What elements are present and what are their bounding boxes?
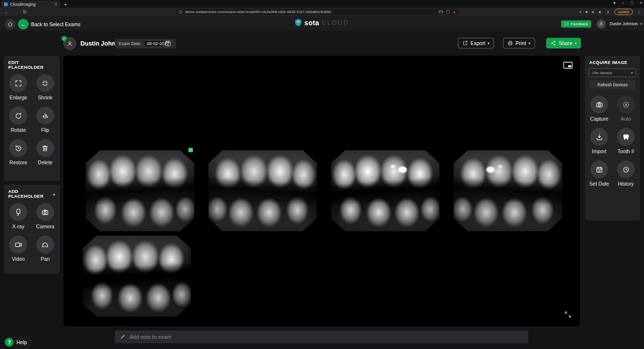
print-button[interactable]: Print ▾ xyxy=(503,38,535,48)
tool-label: History xyxy=(618,181,634,187)
calendar-icon xyxy=(164,40,172,47)
user-menu[interactable]: Dustin Johnson ▾ xyxy=(610,21,643,26)
share-label: Share xyxy=(559,40,572,46)
browser-forward-button[interactable]: → xyxy=(14,8,18,16)
app-window: CloudImaging × + ▾ – □ × ← → ↻ demo.sota… xyxy=(0,0,644,349)
xray-image-1[interactable] xyxy=(86,150,194,231)
add-camera-button[interactable]: Camera xyxy=(32,203,59,229)
person-icon xyxy=(66,40,73,47)
export-button[interactable]: Export ▾ xyxy=(458,38,494,48)
auto-button[interactable]: Auto xyxy=(613,95,639,122)
tool-label: Flip xyxy=(41,127,49,133)
feedback-button[interactable]: Feedback xyxy=(561,20,591,28)
help-button[interactable]: ? Help xyxy=(4,336,32,348)
video-icon xyxy=(15,241,22,249)
set-date-button[interactable]: Set Date xyxy=(586,160,613,187)
edit-panel-title-text: EDIT PLACEHOLDER xyxy=(8,60,55,70)
xray-image-4[interactable] xyxy=(454,150,562,231)
edit-placeholder-panel: EDIT PLACEHOLDER Enlarge Shrink Rotate F… xyxy=(4,56,60,181)
tooth-number-button[interactable]: Tooth # xyxy=(613,128,639,154)
person-icon xyxy=(598,21,604,27)
site-info-icon[interactable] xyxy=(178,10,183,14)
browser-tab-bar: CloudImaging × + ▾ – □ × xyxy=(0,0,644,8)
flip-icon xyxy=(41,112,49,120)
chevron-down-icon: ▾ xyxy=(631,71,633,75)
add-xray-button[interactable]: X-ray xyxy=(5,203,32,229)
add-pan-button[interactable]: Pan xyxy=(32,236,59,262)
picture-in-picture-icon xyxy=(563,61,573,69)
add-panel-title[interactable]: ADD PLACEHOLDER ▴ xyxy=(4,185,60,201)
xray-image-5[interactable] xyxy=(82,236,191,317)
tool-label: Camera xyxy=(36,223,54,229)
shrink-icon xyxy=(41,79,49,87)
tool-label: Tooth # xyxy=(617,148,634,154)
fullscreen-expand-icon xyxy=(564,311,572,318)
refresh-devices-button[interactable]: Refresh Devices xyxy=(590,80,635,89)
tool-label: Delete xyxy=(38,159,52,165)
history-button[interactable]: History xyxy=(613,160,639,187)
address-bar[interactable]: demo.sotadevices.com/exam-view?examID=cb… xyxy=(175,9,459,15)
restore-button[interactable]: Restore xyxy=(5,139,32,165)
privacy-shield-icon[interactable] xyxy=(446,10,450,14)
new-tab-button[interactable]: + xyxy=(64,1,67,8)
add-panel-title-text: ADD PLACEHOLDER xyxy=(8,189,53,199)
tool-label: Rotate xyxy=(11,127,26,133)
window-maximize-button[interactable]: □ xyxy=(630,0,633,5)
calendar-button[interactable] xyxy=(164,40,172,49)
acquire-image-panel: ACQUIRE IMAGE Clio Sensor ▾ Refresh Devi… xyxy=(585,56,640,221)
note-input[interactable] xyxy=(129,334,523,340)
share-icon xyxy=(550,40,556,46)
save-card-icon[interactable] xyxy=(439,10,443,14)
enlarge-button[interactable]: Enlarge xyxy=(5,74,32,100)
auto-icon xyxy=(622,101,630,109)
window-minimize-button[interactable]: – xyxy=(622,0,624,5)
xray-image-2[interactable] xyxy=(208,150,317,231)
header-avatar[interactable] xyxy=(597,19,606,29)
tool-label: Auto xyxy=(621,116,631,122)
feedback-bubble-icon xyxy=(565,22,569,26)
tab-title: CloudImaging xyxy=(10,2,52,7)
browser-tab[interactable]: CloudImaging × xyxy=(1,0,60,8)
selection-marker[interactable] xyxy=(188,148,193,152)
print-label: Print xyxy=(516,40,526,46)
profile-icon[interactable] xyxy=(606,10,611,15)
logo-text-sota: sota xyxy=(304,19,319,27)
blocked-content-icon[interactable]: ▲ xyxy=(453,10,456,15)
add-video-button[interactable]: Video xyxy=(5,236,32,262)
help-label: Help xyxy=(16,339,27,345)
extension-icon[interactable]: ■ xyxy=(585,9,588,16)
extension-icon[interactable]: ● xyxy=(592,9,594,16)
extensions-menu-icon[interactable]: ▲ xyxy=(598,9,602,16)
flip-button[interactable]: Flip xyxy=(32,107,59,133)
camera-icon xyxy=(41,208,49,216)
import-button[interactable]: Import xyxy=(586,128,613,154)
xray-image-3[interactable] xyxy=(331,150,440,231)
browser-update-button[interactable]: Update xyxy=(614,9,633,15)
browser-reload-button[interactable]: ↻ xyxy=(23,8,27,16)
extension-icon[interactable]: ● xyxy=(579,9,581,16)
tool-label: Pan xyxy=(41,256,50,262)
device-select[interactable]: Clio Sensor ▾ xyxy=(589,68,636,77)
exam-canvas[interactable] xyxy=(63,56,580,326)
update-label: Update xyxy=(618,10,629,14)
browser-back-button[interactable]: ← xyxy=(4,8,9,16)
edit-panel-title: EDIT PLACEHOLDER xyxy=(4,56,60,72)
capture-button[interactable]: Capture xyxy=(586,95,613,122)
delete-icon xyxy=(41,144,49,152)
xray-row-2 xyxy=(82,236,191,317)
browser-menu-icon[interactable]: ⋮ xyxy=(637,10,641,15)
delete-button[interactable]: Delete xyxy=(32,139,59,165)
window-close-button[interactable]: × xyxy=(640,0,642,5)
share-button[interactable]: Share ▾ xyxy=(546,38,581,48)
chevron-down-icon: ▾ xyxy=(487,41,489,46)
tab-favicon-icon xyxy=(4,2,8,6)
tab-search-button[interactable]: ▾ xyxy=(613,0,616,5)
shrink-button[interactable]: Shrink xyxy=(32,74,59,100)
set-date-icon xyxy=(596,166,603,174)
browser-extensions-area: ● ■ ● ▲ Update ⋮ xyxy=(579,8,641,16)
rotate-button[interactable]: Rotate xyxy=(5,107,32,133)
tab-close-icon[interactable]: × xyxy=(55,2,57,7)
monitor-view-button[interactable] xyxy=(563,61,573,71)
fullscreen-button[interactable] xyxy=(564,311,572,320)
collapse-chevron-icon[interactable]: ▴ xyxy=(53,192,55,196)
